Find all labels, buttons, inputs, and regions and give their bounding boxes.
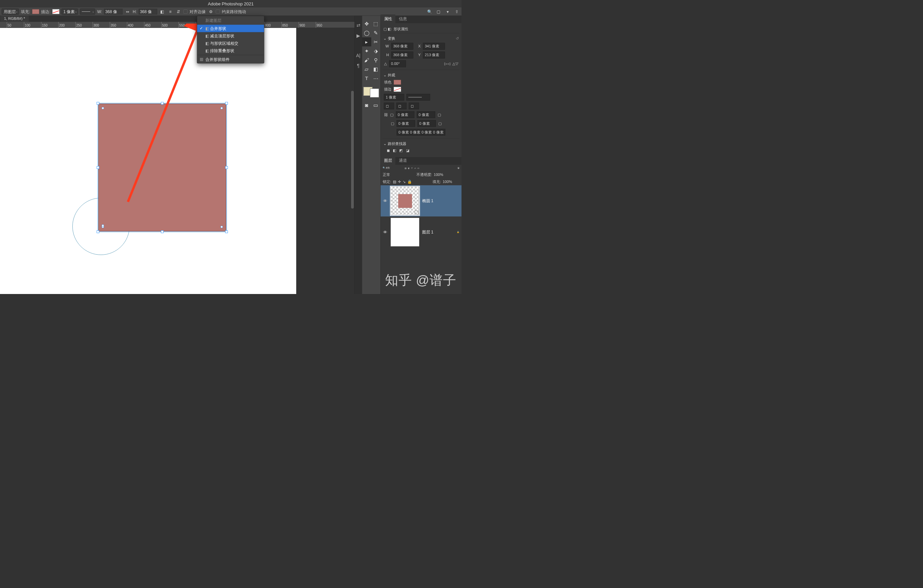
fill-swatch[interactable] <box>32 9 39 14</box>
filter-pixel-icon[interactable]: ▨ <box>405 167 407 169</box>
lock-nested-icon[interactable]: ↘ <box>402 180 406 184</box>
link-wh-icon[interactable]: ⇔ <box>125 8 131 15</box>
arrange-icon[interactable]: ⇵ <box>176 8 181 15</box>
stroke-align[interactable]: ◻ <box>409 103 419 109</box>
gradient-tool-icon[interactable]: ◧ <box>371 65 380 74</box>
workspace-menu-icon[interactable]: ▾ <box>445 8 451 15</box>
lock-pixels-icon[interactable]: ▨ <box>393 180 397 184</box>
search-icon[interactable]: 🔍 <box>427 8 432 15</box>
handle-tr[interactable] <box>225 102 228 105</box>
filter-shape-icon[interactable]: ▱ <box>414 167 416 169</box>
layer-filter-dropdown[interactable]: 🔍 类型 <box>383 167 403 170</box>
foreground-background-swatch[interactable] <box>362 85 381 99</box>
transform-tool-icon[interactable]: ⬗ <box>371 46 380 56</box>
corner-br[interactable]: 0 像素 <box>417 120 436 127</box>
dock-para-icon[interactable]: ¶ <box>357 63 360 68</box>
pathfinder-unite-icon[interactable]: ◼ <box>387 148 390 153</box>
dropdown-item[interactable]: ◧排除重叠形状 <box>197 47 264 54</box>
layer-row[interactable]: 👁椭圆 1 <box>381 185 462 217</box>
corner-tr[interactable]: 0 像素 <box>417 111 435 118</box>
dropdown-footer-item[interactable]: ▦ 合并形状组件 <box>197 56 264 63</box>
layer-row[interactable]: 👁图层 1🔒 <box>381 217 462 248</box>
flip-v-icon[interactable]: △▽ <box>452 62 458 66</box>
screenmode-icon[interactable]: ▭ <box>371 101 380 110</box>
brush-tool-icon[interactable]: 🖌 <box>362 56 371 65</box>
handle-ml[interactable] <box>97 166 99 169</box>
corner-bl[interactable]: 0 像素 <box>397 120 415 127</box>
filter-toggle-icon[interactable]: ⦿ <box>457 167 460 169</box>
type-tool-icon[interactable]: T <box>362 74 371 83</box>
pen-tool-icon[interactable]: ✎ <box>371 28 380 37</box>
dock-icon-2[interactable]: ▶ <box>356 33 360 39</box>
stroke-width-dropdown[interactable]: 1 像素 <box>62 8 78 15</box>
visibility-icon[interactable]: 👁 <box>383 229 388 235</box>
anchor-extra[interactable] <box>102 224 104 227</box>
filter-type-icon[interactable]: T <box>411 167 413 169</box>
crop-tool-icon[interactable]: ✂ <box>371 37 380 46</box>
vertical-scrollbar[interactable] <box>351 91 354 208</box>
prop-angle-field[interactable]: 0.00° <box>389 61 406 67</box>
prop-w-field[interactable]: 368 像素 <box>391 43 413 50</box>
filter-adjust-icon[interactable]: ◐ <box>408 167 410 169</box>
prop-x-field[interactable]: 341 像素 <box>423 43 445 50</box>
handle-bm[interactable] <box>161 231 164 233</box>
gear-icon[interactable]: ⚙ <box>208 8 214 15</box>
pathfinder-subtract-icon[interactable]: ◧ <box>393 148 397 153</box>
reset-icon[interactable]: ↺ <box>456 36 459 41</box>
stroke-style-dropdown[interactable] <box>80 8 95 15</box>
tab-channels[interactable]: 通道 <box>396 156 411 165</box>
height-field[interactable]: 368 像 <box>139 9 157 15</box>
tab-info[interactable]: 信息 <box>396 15 411 23</box>
anchor-tl[interactable] <box>102 107 104 109</box>
quickmask-icon[interactable]: ◙ <box>362 101 371 110</box>
anchor-tr[interactable] <box>220 107 223 109</box>
handle-tl[interactable] <box>97 102 99 105</box>
wand-tool-icon[interactable]: ✦ <box>362 46 371 56</box>
blend-mode-dropdown[interactable]: 正常 <box>383 172 415 177</box>
constrain-checkbox[interactable] <box>216 10 220 13</box>
handle-bl[interactable] <box>97 231 99 233</box>
marquee-tool-icon[interactable]: ⬚ <box>371 19 380 28</box>
eraser-tool-icon[interactable]: ▱ <box>362 65 371 74</box>
document-tab[interactable]: 1, RGB/8#) * <box>0 15 29 22</box>
dropdown-item[interactable]: ◧减去顶层形状 <box>197 32 264 40</box>
pathfinder-exclude-icon[interactable]: ◪ <box>406 148 410 153</box>
prop-y-field[interactable]: 213 像素 <box>423 52 445 59</box>
align-edges-checkbox[interactable] <box>184 10 187 13</box>
dropdown-item[interactable]: ◧与形状区域相交 <box>197 40 264 47</box>
share-icon[interactable]: ⇧ <box>454 8 460 15</box>
stroke-join[interactable]: ◻ <box>397 103 407 109</box>
stroke-cap[interactable]: ◻ <box>384 103 394 109</box>
anchor-br[interactable] <box>220 226 223 228</box>
filter-smart-icon[interactable]: ▭ <box>417 167 419 169</box>
visibility-icon[interactable]: 👁 <box>383 198 388 203</box>
prop-fill-swatch[interactable] <box>394 80 401 85</box>
lock-position-icon[interactable]: ✛ <box>398 180 401 184</box>
frames-icon[interactable]: ▢ <box>435 8 442 15</box>
tab-layers[interactable]: 图层 <box>381 156 396 165</box>
handle-br[interactable] <box>225 231 228 233</box>
flip-h-icon[interactable]: ▷◁ <box>444 62 450 66</box>
ellipse-tool-icon[interactable]: ◯ <box>362 28 371 37</box>
prop-stroke-size[interactable]: 1 像素 <box>384 94 404 101</box>
stamp-tool-icon[interactable]: ⚲ <box>371 56 380 65</box>
align-icon[interactable]: ≡ <box>167 8 173 15</box>
path-ops-icon[interactable]: ◧ <box>159 8 165 15</box>
layer-mode-dropdown[interactable]: 用图层 <box>2 8 19 15</box>
stroke-swatch[interactable] <box>53 9 59 14</box>
section-transform-title[interactable]: 变换 <box>388 36 395 41</box>
handle-mr[interactable] <box>225 166 228 169</box>
prop-stroke-swatch[interactable] <box>394 87 401 92</box>
dock-icon-1[interactable]: ⇄ <box>356 23 361 28</box>
path-select-tool-icon[interactable]: ▸ <box>362 37 371 46</box>
prop-h-field[interactable]: 368 像素 <box>391 52 413 59</box>
link-corners-icon[interactable]: ⛓ <box>384 113 388 117</box>
pathfinder-intersect-icon[interactable]: ◩ <box>399 148 403 153</box>
section-pathfinder-title[interactable]: 路径查找器 <box>388 141 406 146</box>
fill-opacity-field[interactable]: 100% <box>443 180 460 184</box>
corner-tl[interactable]: 0 像素 <box>396 111 414 118</box>
prop-stroke-style[interactable] <box>407 94 430 101</box>
dock-type-icon[interactable]: A| <box>356 53 361 58</box>
lock-all-icon[interactable]: 🔒 <box>407 180 412 184</box>
more-tool-icon[interactable]: ⋯ <box>371 74 380 83</box>
